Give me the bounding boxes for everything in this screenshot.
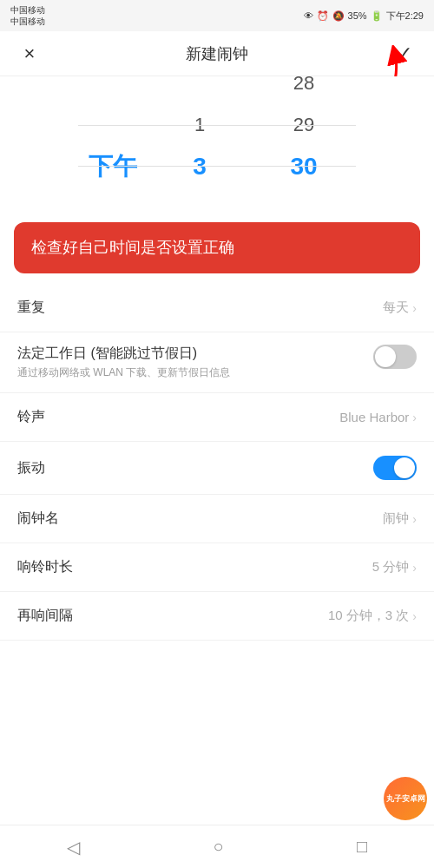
bottom-nav: ◁ ○ □ xyxy=(0,825,434,868)
alarm-name-value[interactable]: 闹钟 › xyxy=(383,510,417,527)
chevron-icon: › xyxy=(412,561,417,575)
carrier-info: 中国移动 中国移动 xyxy=(10,4,45,27)
ringtone-value[interactable]: Blue Harbor › xyxy=(339,410,417,424)
hour-above: 1 xyxy=(148,104,252,146)
toggle-knob xyxy=(394,457,415,478)
watermark: 丸子安卓网 xyxy=(384,777,427,820)
hour-above2 xyxy=(148,76,252,104)
minutes-column[interactable]: 28 29 30 xyxy=(252,76,356,215)
battery-icon: 🔋 xyxy=(371,10,383,22)
snooze-label: 再响间隔 xyxy=(17,607,73,625)
ampm-column[interactable]: 下午 xyxy=(78,76,148,215)
warning-banner: 检查好自己时间是否设置正确 xyxy=(14,222,420,273)
home-button[interactable]: ○ xyxy=(213,837,223,857)
min-selected[interactable]: 30 xyxy=(252,146,356,187)
settings-ringtone[interactable]: 铃声 Blue Harbor › xyxy=(0,393,434,442)
status-icons: 👁 ⏰ 🔕 35% 🔋 下午2:29 xyxy=(304,10,424,23)
ampm-selected[interactable]: 下午 xyxy=(78,146,148,187)
min-below xyxy=(252,187,356,215)
ampm-above2 xyxy=(78,104,148,146)
status-bar: 中国移动 中国移动 👁 ⏰ 🔕 35% 🔋 下午2:29 xyxy=(0,0,434,31)
confirm-button[interactable]: ✓ xyxy=(389,38,420,69)
holiday-label: 法定工作日 (智能跳过节假日) xyxy=(17,345,230,363)
holiday-toggle[interactable] xyxy=(373,345,417,369)
alarm-name-label: 闹钟名 xyxy=(17,510,59,528)
hour-below xyxy=(148,187,252,215)
settings-snooze[interactable]: 再响间隔 10 分钟，3 次 › xyxy=(0,592,434,641)
ringtone-label: 铃声 xyxy=(17,408,45,426)
back-button[interactable]: ◁ xyxy=(67,837,80,858)
eye-icon: 👁 xyxy=(304,10,313,21)
page-title: 新建闹钟 xyxy=(186,43,248,64)
time-picker[interactable]: 下午 1 3 28 29 30 xyxy=(0,76,434,215)
duration-label: 响铃时长 xyxy=(17,558,73,576)
chevron-icon: › xyxy=(412,411,417,424)
top-bar: × 新建闹钟 ✓ xyxy=(0,31,434,76)
battery-level: 35% xyxy=(348,10,367,21)
ampm-below xyxy=(78,187,148,215)
ampm-above xyxy=(78,76,148,104)
repeat-value[interactable]: 每天 › xyxy=(383,299,417,316)
hour-selected[interactable]: 3 xyxy=(148,146,252,187)
chevron-icon: › xyxy=(412,301,417,315)
chevron-icon: › xyxy=(412,512,417,526)
toggle-knob xyxy=(375,346,396,367)
snooze-value[interactable]: 10 分钟，3 次 › xyxy=(328,608,417,624)
hours-column[interactable]: 1 3 xyxy=(148,76,252,215)
time-display: 下午2:29 xyxy=(386,10,424,23)
settings-duration[interactable]: 响铃时长 5 分钟 › xyxy=(0,543,434,592)
min-above: 28 xyxy=(252,76,356,104)
bell-slash-icon: 🔕 xyxy=(332,10,345,22)
min-near: 29 xyxy=(252,104,356,146)
settings-alarm-name[interactable]: 闹钟名 闹钟 › xyxy=(0,495,434,543)
vibrate-toggle[interactable] xyxy=(373,456,417,480)
holiday-text: 法定工作日 (智能跳过节假日) 通过移动网络或 WLAN 下载、更新节假日信息 xyxy=(17,345,230,380)
alarm-icon: ⏰ xyxy=(317,10,329,22)
settings-repeat[interactable]: 重复 每天 › xyxy=(0,284,434,332)
repeat-label: 重复 xyxy=(17,299,45,317)
holiday-sublabel: 通过移动网络或 WLAN 下载、更新节假日信息 xyxy=(17,365,230,380)
recent-button[interactable]: □ xyxy=(357,837,367,857)
duration-value[interactable]: 5 分钟 › xyxy=(372,559,417,575)
settings-list: 重复 每天 › 法定工作日 (智能跳过节假日) 通过移动网络或 WLAN 下载、… xyxy=(0,284,434,641)
settings-vibrate[interactable]: 振动 xyxy=(0,442,434,495)
close-button[interactable]: × xyxy=(14,38,45,69)
chevron-icon: › xyxy=(412,609,417,623)
settings-holiday[interactable]: 法定工作日 (智能跳过节假日) 通过移动网络或 WLAN 下载、更新节假日信息 xyxy=(0,332,434,393)
vibrate-label: 振动 xyxy=(17,459,45,477)
